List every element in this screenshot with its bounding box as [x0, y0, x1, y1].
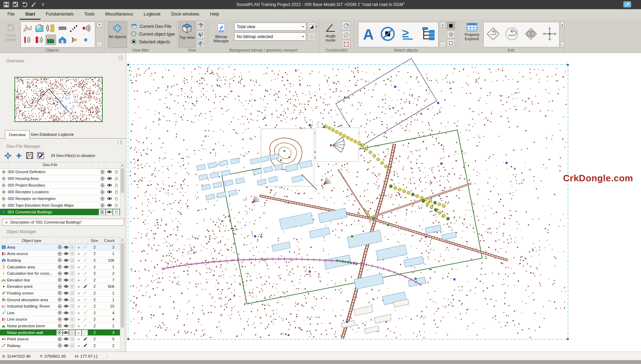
sun-icon[interactable] — [56, 323, 63, 328]
object-list-scrollbar[interactable]: ▲ ▼ — [120, 237, 125, 352]
eye-icon[interactable] — [106, 183, 113, 187]
sun-icon[interactable] — [99, 190, 106, 194]
map-canvas[interactable]: 3 — [126, 53, 641, 352]
chevron-right-icon[interactable]: » — [75, 251, 82, 256]
finish-object-button[interactable]: Finish object — [2, 21, 19, 48]
select-by-text-icon[interactable]: A — [361, 26, 375, 43]
eye-icon[interactable] — [63, 285, 69, 288]
eye-icon[interactable] — [63, 304, 69, 308]
bitmap-tool-button[interactable] — [308, 32, 315, 41]
rectangle-points-icon[interactable] — [342, 40, 350, 48]
object-type-row[interactable]: Point sourceB»29 — [0, 336, 120, 342]
menu-item-fundamentals[interactable]: Fundamentals — [41, 9, 79, 20]
object-type-row[interactable]: Floating screenB«21 — [0, 290, 120, 297]
point-source-2-icon[interactable] — [69, 35, 79, 45]
menu-item-tools[interactable]: Tools — [79, 9, 100, 20]
chevron-left-icon[interactable]: « — [75, 330, 81, 335]
object-type-row[interactable]: Elevation pointB«2N/A — [0, 284, 120, 290]
revert-object-icon[interactable] — [485, 26, 501, 43]
eye-icon[interactable] — [106, 209, 113, 215]
slash-icon[interactable] — [82, 317, 88, 321]
slash-icon[interactable] — [82, 311, 88, 315]
viewport-style-button[interactable] — [308, 23, 315, 31]
save-geo-file-icon[interactable] — [25, 152, 34, 159]
select-volume-icon[interactable] — [447, 31, 455, 38]
sun-icon[interactable] — [56, 343, 63, 348]
lock-icon[interactable] — [113, 196, 120, 201]
panel-options-icon[interactable]: ⋮ ▏ — [116, 140, 123, 144]
object-type-row[interactable]: Noise protection bermB«21 — [0, 323, 120, 329]
overview-minimap[interactable] — [14, 77, 103, 122]
map-viewport[interactable]: 3 CrkDongle.com — [126, 53, 641, 352]
object-type-row[interactable]: RailwayB«22 — [0, 342, 120, 349]
circle-radius-icon[interactable] — [342, 22, 350, 30]
object-type-row[interactable]: Noise protection wallB«23 — [0, 329, 120, 336]
object-type-row[interactable]: Ground absorption areaB«21 — [0, 297, 120, 303]
tab-overview[interactable]: Overview — [5, 130, 30, 139]
point-source-icon[interactable] — [80, 23, 91, 34]
eye-icon[interactable] — [63, 272, 69, 275]
chevron-left-icon[interactable]: « — [75, 265, 82, 269]
select-filled-icon[interactable] — [447, 22, 455, 29]
sun-icon[interactable] — [56, 265, 63, 269]
badge-b-icon[interactable]: B — [69, 245, 75, 249]
edit-scroll-up-icon[interactable]: ▴ — [560, 22, 564, 28]
badge-b-icon[interactable]: B — [69, 271, 75, 275]
area-icon[interactable] — [34, 23, 44, 34]
eye-icon[interactable] — [63, 344, 69, 347]
menu-item-logbook[interactable]: Logbook — [138, 9, 166, 20]
chevron-left-icon[interactable]: « — [75, 284, 82, 289]
geo-file-row[interactable]: 000 Housing Area — [0, 175, 120, 182]
chevron-left-icon[interactable]: « — [75, 311, 82, 315]
customize-icon[interactable] — [40, 1, 47, 8]
badge-b-icon[interactable]: B — [69, 291, 75, 295]
object-type-row[interactable]: GIndustrial building; RoomB»210 — [0, 303, 120, 310]
object-type-row[interactable]: Calculation areaB«21 — [0, 264, 120, 271]
select-hierarchy-icon[interactable] — [419, 26, 436, 43]
badge-b-icon[interactable]: B — [69, 324, 75, 328]
badge-b-icon[interactable]: B — [69, 265, 75, 269]
chevron-left-icon[interactable]: « — [75, 298, 82, 302]
lock-icon[interactable] — [113, 170, 120, 174]
view-filter-option-current-object-type[interactable]: Current object type — [131, 30, 175, 38]
combine-objects-icon[interactable] — [523, 26, 539, 43]
eye-icon[interactable] — [63, 265, 69, 269]
sun-icon[interactable] — [56, 291, 63, 295]
eye-icon[interactable] — [106, 197, 113, 200]
slash-icon[interactable] — [82, 252, 88, 256]
circle-slash-icon[interactable] — [342, 31, 350, 39]
eye-icon[interactable] — [63, 311, 69, 315]
sun-icon[interactable] — [56, 251, 63, 256]
pen-icon[interactable] — [82, 344, 88, 347]
object-type-row[interactable]: LineB«24 — [0, 310, 120, 316]
undo-edit-icon[interactable] — [504, 26, 520, 43]
overview-close-icon[interactable]: ▫ — [119, 56, 123, 60]
all-objects-button[interactable]: All objects — [108, 21, 127, 48]
pen-icon[interactable] — [82, 337, 88, 341]
menu-item-help[interactable]: Help — [205, 9, 224, 20]
angle-mode-button[interactable]: Angle mode — [321, 21, 340, 48]
chevron-left-icon[interactable]: « — [75, 344, 82, 348]
lock-icon[interactable] — [113, 183, 120, 187]
object-type-row[interactable]: Line sourceB»24 — [0, 316, 120, 323]
chevron-right-icon[interactable]: » — [75, 317, 82, 321]
select-scroll-down-icon[interactable]: ⌄ — [440, 42, 446, 47]
chevron-left-icon[interactable]: « — [75, 245, 82, 249]
eye-icon[interactable] — [106, 177, 113, 180]
palette-more-icon[interactable]: ⌄ — [97, 42, 102, 47]
navigate-next-icon[interactable] — [14, 152, 23, 159]
badge-b-icon[interactable]: B — [69, 251, 75, 256]
eye-icon[interactable] — [63, 337, 69, 341]
select-scroll-up-icon[interactable]: ▴ — [440, 22, 446, 28]
undo-icon[interactable] — [21, 1, 28, 8]
menu-item-miscellaneous[interactable]: Miscellaneous — [100, 9, 138, 20]
expand-description-icon[interactable]: » — [2, 220, 10, 224]
save-edit-geo-file-icon[interactable] — [36, 152, 45, 159]
slash-icon[interactable] — [82, 298, 88, 302]
object-type-row[interactable]: Area sourceB»21 — [0, 251, 120, 257]
palette-up-icon[interactable]: ▾ — [97, 22, 102, 28]
object-type-row[interactable]: Calculation line for cross...B«22 — [0, 270, 120, 277]
slash-icon[interactable] — [82, 258, 88, 262]
building-icon[interactable] — [57, 35, 68, 45]
navigate-prev-icon[interactable] — [4, 152, 12, 159]
